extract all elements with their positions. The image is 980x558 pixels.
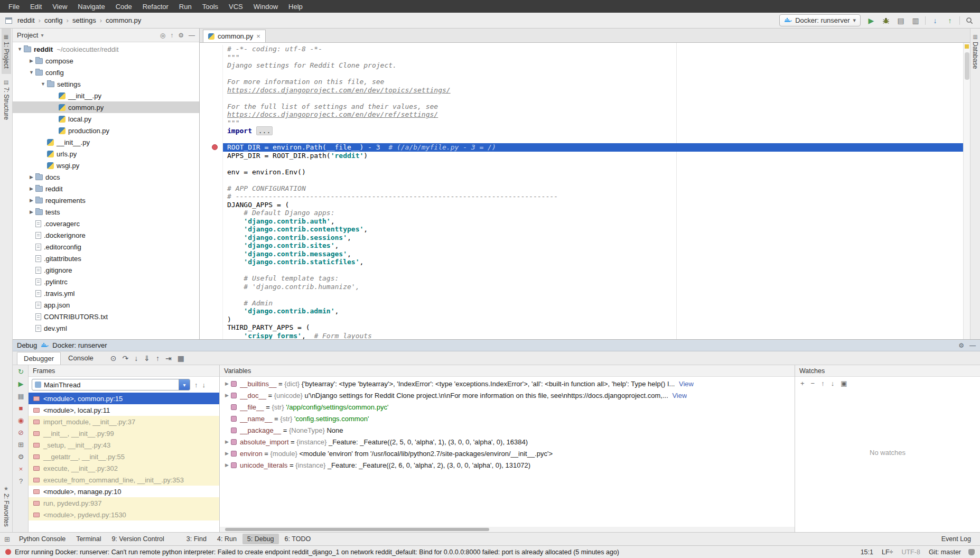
tree-item--gitattributes[interactable]: .gitattributes <box>13 253 199 264</box>
expand-arrow-icon[interactable]: ▶ <box>27 58 35 63</box>
thread-select[interactable]: MainThread ▾ <box>32 379 190 390</box>
tree-item--dockerignore[interactable]: .dockerignore <box>13 229 199 241</box>
variable-row[interactable]: __package__ = {NoneType} None <box>220 424 795 436</box>
settings-icon[interactable]: ⚙ <box>178 32 184 39</box>
frame-row[interactable]: <module>, common.py:15 <box>29 393 219 404</box>
evaluate-expression-icon[interactable]: ▦ <box>178 354 184 362</box>
tool-window-button-event-log[interactable]: Event Log <box>937 534 976 544</box>
close-icon[interactable]: × <box>19 466 22 472</box>
next-frame-icon[interactable]: ↓ <box>202 381 206 389</box>
file-encoding[interactable]: UTF-8 <box>901 548 920 556</box>
code-line[interactable]: 'django.contrib.admin', <box>200 307 970 315</box>
debug-bug-icon[interactable] <box>881 15 891 26</box>
stripe-tab-database[interactable]: ▥Database <box>970 29 980 74</box>
step-over-icon[interactable]: ↷ <box>123 354 129 362</box>
code-line[interactable]: 'django.contrib.sites', <box>200 241 970 250</box>
chevron-down-icon[interactable]: ▾ <box>179 379 190 390</box>
frame-row[interactable]: __getattr__, __init__.py:55 <box>29 451 219 462</box>
settings-icon[interactable]: ⚙ <box>18 453 23 460</box>
code-line[interactable]: # Admin <box>200 299 970 308</box>
expand-arrow-icon[interactable]: ▶ <box>223 393 231 398</box>
pause-icon[interactable]: ▮▮ <box>17 393 23 399</box>
code-line[interactable]: 'django.contrib.sessions', <box>200 234 970 242</box>
tool-window-button-5-debug[interactable]: 5: Debug <box>242 534 279 544</box>
code-line[interactable] <box>200 266 970 275</box>
run-to-cursor-icon[interactable]: ⇥ <box>165 354 172 362</box>
code-line[interactable]: 'django.contrib.auth', <box>200 217 970 226</box>
hide-panel-icon[interactable]: — <box>969 342 976 349</box>
tree-item-dev-yml[interactable]: dev.yml <box>13 322 199 334</box>
profiler-icon[interactable]: ▥ <box>910 15 921 26</box>
frame-row[interactable]: import_module, __init__.py:37 <box>29 416 219 427</box>
vcs-commit-icon[interactable]: ↑ <box>945 15 955 26</box>
tree-item-common-py[interactable]: common.py <box>13 101 199 113</box>
expand-arrow-icon[interactable]: ▶ <box>27 198 35 203</box>
code-line[interactable] <box>200 176 970 184</box>
editor-tab-common-py[interactable]: common.py × <box>203 30 266 42</box>
menu-item-tools[interactable]: Tools <box>197 1 223 12</box>
resume-icon[interactable]: ▶ <box>18 380 23 387</box>
code-line[interactable]: 'django.contrib.contenttypes', <box>200 225 970 234</box>
code-line[interactable]: Django settings for Reddit Clone project… <box>200 61 970 70</box>
tree-item-settings[interactable]: ▼settings <box>13 78 199 90</box>
tool-window-button-terminal[interactable]: Terminal <box>71 534 106 544</box>
code-line[interactable]: 'django.contrib.messages', <box>200 250 970 258</box>
tree-item-config[interactable]: ▼config <box>13 67 199 78</box>
run-configuration-select[interactable]: Docker: runserver ▾ <box>779 14 861 26</box>
frame-row[interactable]: execute_from_command_line, __init__.py:3… <box>29 474 219 486</box>
menu-item-file[interactable]: File <box>3 1 25 12</box>
menu-item-refactor[interactable]: Refactor <box>137 1 174 12</box>
code-line[interactable] <box>200 160 970 168</box>
tool-window-button-6-todo[interactable]: 6: TODO <box>280 534 316 544</box>
code-line[interactable]: DJANGO_APPS = ( <box>200 201 970 209</box>
menu-item-run[interactable]: Run <box>174 1 197 12</box>
code-line[interactable]: APPS_DIR = ROOT_DIR.path('reddit') <box>200 152 970 160</box>
menu-item-code[interactable]: Code <box>110 1 137 12</box>
expand-arrow-icon[interactable]: ▶ <box>223 381 231 386</box>
variable-row[interactable]: ▶__builtins__ = {dict} {'bytearray': <ty… <box>220 378 795 389</box>
editor-scrollbar[interactable] <box>963 43 970 339</box>
code-line[interactable]: https://docs.djangoproject.com/en/dev/to… <box>200 86 970 95</box>
code-line[interactable]: # 'django.contrib.humanize', <box>200 283 970 291</box>
tree-item-__init__-py[interactable]: __init__.py <box>13 90 199 101</box>
code-line[interactable]: # Useful template tags: <box>200 274 970 283</box>
tree-item-local-py[interactable]: local.py <box>13 113 199 125</box>
force-step-into-icon[interactable]: ⇓ <box>144 354 150 362</box>
code-line[interactable]: """ <box>200 119 970 127</box>
scrollbar-thumb[interactable] <box>965 52 969 80</box>
locate-file-icon[interactable]: ◎ <box>160 32 165 39</box>
restore-layout-icon[interactable]: ⊞ <box>18 441 23 448</box>
step-into-icon[interactable]: ↓ <box>134 354 138 362</box>
line-separator[interactable]: LF÷ <box>882 548 893 556</box>
breadcrumb-item-common-py[interactable]: common.py <box>105 15 142 25</box>
frame-row[interactable]: <module>, local.py:11 <box>29 404 219 416</box>
code-line[interactable]: https://docs.djangoproject.com/en/dev/re… <box>200 110 970 119</box>
code-line[interactable]: # Default Django apps: <box>200 209 970 217</box>
horizontal-scrollbar[interactable] <box>220 527 795 532</box>
breakpoint-icon[interactable] <box>212 144 218 150</box>
tree-item--gitignore[interactable]: .gitignore <box>13 264 199 276</box>
view-value-link[interactable]: View <box>670 392 687 399</box>
code-line[interactable] <box>200 291 970 299</box>
previous-frame-icon[interactable]: ↑ <box>194 381 198 389</box>
breadcrumb-item-config[interactable]: config <box>43 15 64 25</box>
breadcrumb-item-settings[interactable]: settings <box>71 15 97 25</box>
variable-row[interactable]: ▶absolute_import = {instance} _Feature: … <box>220 436 795 448</box>
variable-row[interactable]: ▶unicode_literals = {instance} _Feature:… <box>220 459 795 471</box>
code-line[interactable]: # APP CONFIGURATION <box>200 184 970 193</box>
tree-item--travis-yml[interactable]: .travis.yml <box>13 287 199 299</box>
tool-window-button-4-run[interactable]: 4: Run <box>212 534 241 544</box>
duplicate-watch-icon[interactable]: ▣ <box>841 379 847 387</box>
collapse-all-icon[interactable]: ↑ <box>170 32 173 39</box>
rerun-icon[interactable]: ↻ <box>18 368 23 375</box>
frame-row[interactable]: <module>, manage.py:10 <box>29 486 219 497</box>
move-down-icon[interactable]: ↓ <box>831 379 835 387</box>
stop-icon[interactable]: ■ <box>19 405 22 412</box>
code-line[interactable] <box>200 135 970 144</box>
remove-watch-icon[interactable]: − <box>811 379 815 387</box>
settings-icon[interactable]: ⚙ <box>958 342 964 349</box>
code-line[interactable]: For the full list of settings and their … <box>200 103 970 111</box>
tree-item--editorconfig[interactable]: .editorconfig <box>13 241 199 253</box>
tool-window-button-3-find[interactable]: 3: Find <box>182 534 211 544</box>
variable-row[interactable]: ▶__doc__ = {unicode} u'\nDjango settings… <box>220 389 795 401</box>
